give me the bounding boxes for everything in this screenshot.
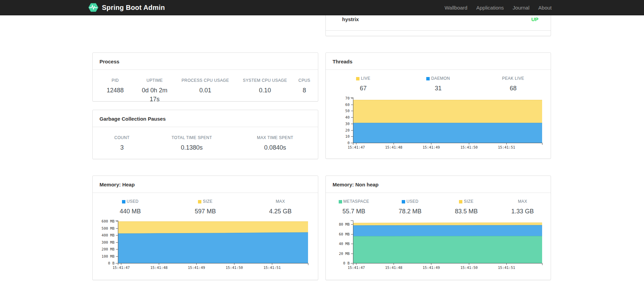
legend-daemon: DAEMON31 [401,76,476,93]
threads-y-tick-label: 0 [348,141,350,145]
brand-logo-icon [88,2,99,13]
metric-process-cpu-usage: PROCESS CPU USAGE0.01 [171,78,239,102]
legend-label: METASPACE [326,199,382,204]
status-badge: UP [531,16,538,23]
legend-value: 83.5 MB [438,207,494,216]
nonheap-chart-svg: 0 B20 MB40 MB60 MB80 MB15:41:4715:41:481… [326,218,551,273]
metric-cpus: CPUS8 [291,78,318,102]
legend-metaspace: METASPACE55.7 MB [326,199,382,216]
metric-value: 0.1380s [151,143,232,152]
metric-pid: PID12488 [93,78,138,102]
nonheap-area-metaspace [353,236,542,263]
metric-value: 0.10 [239,86,291,95]
heap-y-tick-label: 100 MB [102,254,114,258]
legend-label: LIVE [326,76,401,81]
metric-label: TOTAL TIME SPENT [151,135,232,140]
heap-chart-svg: 0 B100 MB200 MB300 MB400 MB500 MB600 MB1… [93,218,318,273]
legend-value: 78.2 MB [382,207,438,216]
nonheap-x-tick-label: 15:41:48 [385,265,402,270]
process-card: Process PID12488UPTIME0d 0h 2m 17sPROCES… [92,52,318,102]
legend-value: 4.25 GB [243,207,318,216]
metric-max-time-spent: MAX TIME SPENT0.0840s [232,135,318,152]
legend-label: USED [93,199,168,204]
legend-used: USED78.2 MB [382,199,438,216]
application-name: hystrix [342,16,359,23]
legend-used: USED440 MB [93,199,168,216]
legend-max: MAX1.33 GB [494,199,551,216]
threads-y-tick-label: 40 [345,115,350,119]
legend-label-text: LIVE [361,76,370,81]
legend-size: SIZE597 MB [168,199,243,216]
legend-live: LIVE67 [326,76,401,93]
legend-swatch-icon [356,77,359,80]
nav-links: WallboardApplicationsJournalAbout [440,0,556,15]
nav-link-journal[interactable]: Journal [508,5,534,11]
metric-value: 0.01 [171,86,239,95]
process-metrics: PID12488UPTIME0d 0h 2m 17sPROCESS CPU US… [93,70,318,102]
legend-swatch-icon [459,200,462,203]
nonheap-y-tick-label: 0 B [343,261,350,265]
heap-x-tick-label: 15:41:47 [112,265,130,270]
legend-swatch-icon [198,200,201,203]
legend-value: 67 [326,84,401,93]
nav-link-about[interactable]: About [534,5,556,11]
legend-value: 31 [401,84,476,93]
navbar: Spring Boot Admin WallboardApplicationsJ… [0,0,644,15]
legend-label-text: SIZE [203,199,212,204]
metric-count: COUNT3 [93,135,151,152]
metric-label: MAX TIME SPENT [232,135,318,140]
threads-chart-svg: 01020304050607015:41:4715:41:4815:41:491… [326,95,551,153]
legend-swatch-icon [122,200,125,203]
gc-card-title: Garbage Collection Pauses [93,110,318,127]
heap-y-tick-label: 200 MB [102,247,114,251]
threads-x-tick-label: 15:41:48 [385,145,402,149]
threads-y-tick-label: 60 [345,103,350,107]
brand-title: Spring Boot Admin [102,4,165,12]
memory-nonheap-card: Memory: Non heap METASPACE55.7 MBUSED78.… [325,176,551,280]
memory-heap-card: Memory: Heap USED440 MBSIZE597 MBMAX4.25… [92,176,318,280]
legend-label-text: DAEMON [431,76,450,81]
nonheap-x-tick-label: 15:41:51 [498,265,515,270]
threads-y-tick-label: 30 [345,122,350,126]
legend-label: PEAK LIVE [476,76,551,81]
legend-peak-live: PEAK LIVE68 [476,76,551,93]
nonheap-x-tick-label: 15:41:50 [460,265,478,270]
metric-value: 0d 0h 2m 17s [138,86,171,102]
nonheap-y-tick-label: 40 MB [339,242,350,246]
threads-card-title: Threads [326,53,551,70]
legend-label-text: SIZE [464,199,473,204]
heap-y-tick-label: 600 MB [102,219,114,223]
legend-label: MAX [494,199,551,204]
memory-nonheap-legend: METASPACE55.7 MBUSED78.2 MBSIZE83.5 MBMA… [326,199,551,216]
nav-link-wallboard[interactable]: Wallboard [440,5,472,11]
threads-y-tick-label: 10 [345,134,350,138]
threads-y-tick-label: 70 [345,96,350,100]
legend-value: 440 MB [93,207,168,216]
threads-x-tick-label: 15:41:50 [460,145,478,149]
heap-x-tick-label: 15:41:49 [188,265,205,270]
nonheap-y-tick-label: 20 MB [339,252,350,256]
legend-label: SIZE [168,199,243,204]
nav-link-applications[interactable]: Applications [472,5,508,11]
threads-legend: LIVE67DAEMON31PEAK LIVE68 [326,76,551,93]
brand[interactable]: Spring Boot Admin [88,0,165,15]
heap-x-tick-label: 15:41:51 [263,265,281,270]
metric-label: CPUS [291,78,318,83]
threads-y-tick-label: 50 [345,109,350,113]
legend-label-text: PEAK LIVE [502,76,524,81]
legend-label: SIZE [438,199,494,204]
legend-label: DAEMON [401,76,476,81]
metric-value: 0.0840s [232,143,318,152]
process-card-title: Process [93,53,318,70]
legend-value: 597 MB [168,207,243,216]
legend-label-text: METASPACE [343,199,369,204]
nonheap-y-tick-label: 60 MB [339,232,350,236]
threads-x-tick-label: 15:41:47 [348,145,365,149]
legend-label-text: MAX [518,199,527,204]
metric-label: COUNT [93,135,151,140]
memory-heap-card-title: Memory: Heap [93,176,318,193]
heap-area-used [118,232,308,263]
memory-heap-legend: USED440 MBSIZE597 MBMAX4.25 GB [93,199,318,216]
legend-swatch-icon [339,200,342,203]
threads-x-tick-label: 15:41:51 [498,145,515,149]
